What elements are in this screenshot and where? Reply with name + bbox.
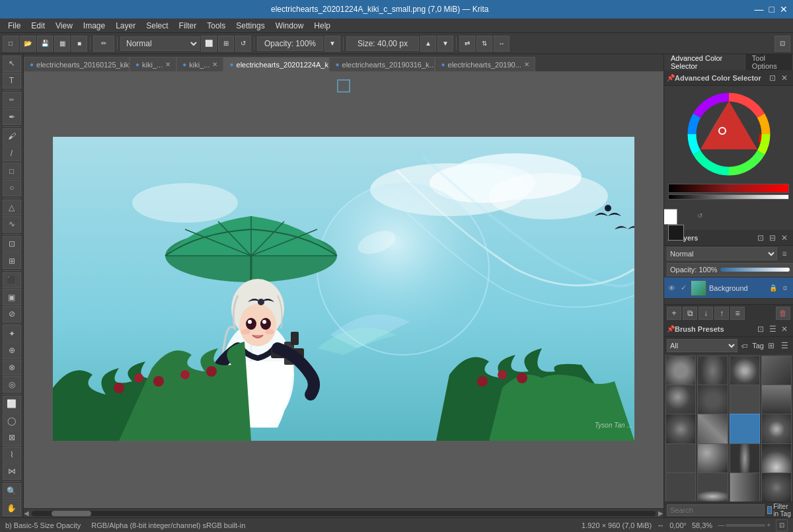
brightness-bar[interactable] xyxy=(668,194,789,200)
brush-preset-12[interactable] xyxy=(761,414,792,444)
filter-in-tag-checkbox[interactable] xyxy=(767,506,772,514)
layers-filter-btn[interactable]: ⊟ xyxy=(767,232,778,244)
rect-select-tool[interactable]: ⬜ xyxy=(3,396,21,412)
layer-check-icon[interactable]: ✓ xyxy=(679,284,688,293)
save-button[interactable]: 💾 xyxy=(37,36,53,52)
tab-0[interactable]: ● electrichearts_20160125_kiki_... ✕ xyxy=(24,57,130,71)
polygon-tool[interactable]: △ xyxy=(3,200,21,216)
mirror-h-button[interactable]: ⇄ xyxy=(459,36,475,52)
blur-tool[interactable]: ⊗ xyxy=(3,360,21,376)
menu-edit[interactable]: Edit xyxy=(26,20,50,32)
scroll-thumb[interactable] xyxy=(52,511,91,516)
brush-preset-11[interactable] xyxy=(730,414,760,444)
color-swatch-foreground[interactable] xyxy=(668,225,684,241)
layer-alpha-lock-icon[interactable]: α xyxy=(780,283,790,293)
select-tool[interactable]: ↖ xyxy=(3,56,21,72)
rect-tool[interactable]: □ xyxy=(3,163,21,179)
brush-preset-15[interactable] xyxy=(730,443,760,474)
layer-visibility-icon[interactable]: 👁 xyxy=(667,284,676,293)
dodge-tool[interactable]: ◎ xyxy=(3,376,21,393)
new-document-button[interactable]: □ xyxy=(3,36,19,52)
canvas-viewport[interactable]: Tyson Tan ... xyxy=(24,71,663,508)
layers-options-btn[interactable]: ≡ xyxy=(778,248,790,260)
contiguous-select-tool[interactable]: ⋈ xyxy=(3,463,21,480)
print-button[interactable]: ▦ xyxy=(54,36,70,52)
smart-patch-tool[interactable]: ✦ xyxy=(3,325,21,342)
line-tool[interactable]: / xyxy=(3,145,21,162)
h-scrollbar[interactable]: ◀ ▶ xyxy=(24,508,663,517)
menu-filter[interactable]: Filter xyxy=(174,20,202,32)
scroll-left-btn[interactable]: ◀ xyxy=(24,510,29,517)
brush-filter-select[interactable]: All xyxy=(667,339,737,352)
brush-preset-1[interactable] xyxy=(665,356,696,386)
open-button[interactable]: 📂 xyxy=(20,36,36,52)
ellipse-select-tool[interactable]: ◯ xyxy=(3,412,21,429)
add-layer-btn[interactable]: + xyxy=(667,307,681,320)
opacity-arrow[interactable]: ▼ xyxy=(324,36,340,52)
menu-tools[interactable]: Tools xyxy=(202,20,231,32)
menu-help[interactable]: Help xyxy=(309,20,336,32)
brush-preset-20[interactable] xyxy=(761,473,792,502)
zoom-in-btn[interactable]: + xyxy=(767,521,771,529)
calligraphy-tool[interactable]: ✒ xyxy=(3,109,21,126)
brush-preset-18[interactable] xyxy=(697,473,728,502)
menu-window[interactable]: Window xyxy=(270,20,309,32)
delete-layer-btn[interactable]: 🗑 xyxy=(776,307,790,320)
close-button[interactable]: ✕ xyxy=(780,4,788,15)
ellipse-tool[interactable]: ○ xyxy=(3,180,21,196)
move-down-btn[interactable]: ↓ xyxy=(699,307,713,320)
brush-preset-17[interactable] xyxy=(665,473,696,502)
zoom-out-btn[interactable]: — xyxy=(718,521,724,529)
brush-presets-list-btn[interactable]: ☰ xyxy=(767,323,778,335)
blend-mode-select[interactable]: Normal xyxy=(120,36,200,51)
layers-float-btn[interactable]: ⊡ xyxy=(755,232,767,244)
layer-item-background[interactable]: 👁 ✓ Background 🔒 α xyxy=(664,278,793,299)
tab-1[interactable]: ● kiki_... ✕ xyxy=(130,57,176,71)
brush-preset-3[interactable] xyxy=(730,356,760,386)
full-canvas-btn[interactable]: ⊡ xyxy=(776,519,788,531)
move-up-btn[interactable]: ↑ xyxy=(714,307,729,320)
menu-layer[interactable]: Layer xyxy=(110,20,141,32)
brush-presets-float-btn[interactable]: ⊡ xyxy=(755,323,767,335)
preserve-alpha-button[interactable]: ⊞ xyxy=(218,36,234,52)
menu-select[interactable]: Select xyxy=(141,20,173,32)
pan-tool[interactable]: ✋ xyxy=(3,500,21,516)
color-selector-float-btn[interactable]: ⊡ xyxy=(767,72,778,84)
color-selector-close-btn[interactable]: ✕ xyxy=(778,72,790,84)
brush-preset-16[interactable] xyxy=(761,443,792,474)
brush-preset-5[interactable] xyxy=(665,385,696,415)
color-wheel-svg[interactable] xyxy=(686,91,772,177)
color-gradient-bar[interactable] xyxy=(668,184,789,193)
tab-2-close[interactable]: ✕ xyxy=(212,61,217,68)
menu-file[interactable]: File xyxy=(3,20,26,32)
duplicate-layer-btn[interactable]: ⧉ xyxy=(683,307,697,320)
brush-preset-6[interactable] xyxy=(697,385,728,415)
tab-3[interactable]: ● electrichearts_20201224A_kiki_... ✕ xyxy=(223,57,329,71)
tab-5-close[interactable]: ✕ xyxy=(524,61,529,68)
menu-view[interactable]: View xyxy=(50,20,78,32)
freehand-select-path[interactable]: ⌇ xyxy=(3,447,21,463)
color-swatch-background[interactable] xyxy=(663,209,677,225)
polygon-select-tool[interactable]: ⊠ xyxy=(3,430,21,446)
layer-lock-icon[interactable]: 🔒 xyxy=(768,283,778,293)
maximize-button[interactable]: □ xyxy=(769,4,774,15)
brush-tag-icon[interactable]: 🏷 xyxy=(739,340,751,352)
tab-5[interactable]: ● electrichearts_20190... ✕ xyxy=(435,57,535,71)
fill-tool[interactable]: ⬛ xyxy=(3,272,21,289)
brush-preset-7[interactable] xyxy=(730,385,760,415)
menu-image[interactable]: Image xyxy=(78,20,110,32)
size-up-button[interactable]: ▲ xyxy=(420,36,436,52)
minimize-button[interactable]: — xyxy=(755,4,764,15)
brush-list-view-btn[interactable]: ☰ xyxy=(778,340,790,352)
brush-preset-4[interactable] xyxy=(761,356,792,386)
brush-grid-view-btn[interactable]: ⊞ xyxy=(765,340,777,352)
mirror-v-button[interactable]: ⇅ xyxy=(476,36,492,52)
size-display[interactable]: Size: 40,00 px xyxy=(346,36,419,51)
panel-tab-tool-options[interactable]: Tool Options xyxy=(745,54,793,70)
layer-blend-select[interactable]: Normal xyxy=(667,247,777,260)
layer-opacity-slider[interactable] xyxy=(720,268,790,272)
brush-preset-14[interactable] xyxy=(697,443,728,474)
text-tool[interactable]: T xyxy=(3,73,21,89)
brush-preset-19[interactable] xyxy=(730,473,760,502)
menu-settings[interactable]: Settings xyxy=(231,20,270,32)
